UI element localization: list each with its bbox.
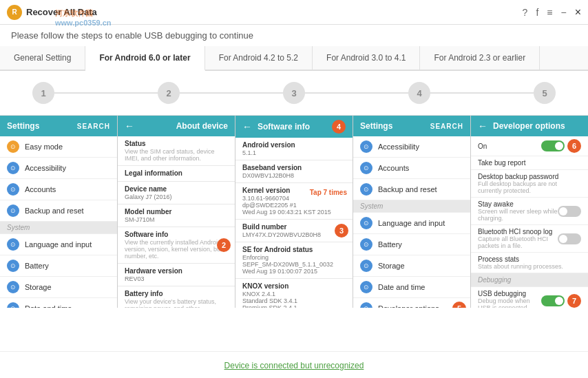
info-model-number[interactable]: Model number SM-J710M — [118, 204, 235, 227]
dev-on-toggle[interactable] — [541, 140, 565, 151]
debugging-section-label: Debugging — [478, 276, 511, 284]
logo-icon: R — [7, 5, 22, 20]
sys-menu-datetime[interactable]: ⊙ Date and time — [353, 277, 470, 298]
settings-system-panel: Settings SEARCH ⊙ Accessibility ⊙ Accoun… — [353, 116, 471, 308]
tab-navigation: General Setting For Android 6.0 or later… — [0, 46, 588, 71]
settings-title: Settings — [7, 121, 39, 131]
sys-section-label: System — [360, 202, 383, 210]
info-status[interactable]: Status View the SIM card status, device … — [118, 136, 235, 166]
menu-item-easy-mode[interactable]: ⊙ Easy mode — [0, 136, 117, 158]
menu-item-datetime[interactable]: ⊙ Date and time — [0, 298, 117, 308]
bug-report-label: Take bug report — [478, 159, 581, 167]
android-version-label: Android version — [242, 141, 346, 149]
menu-item-language[interactable]: ⊙ Language and input — [0, 234, 117, 255]
tab-android-2[interactable]: For Android 2.3 or earlier — [420, 46, 540, 70]
section-system-label: System — [7, 224, 30, 231]
backup-pw-label: Desktop backup password — [478, 173, 581, 180]
dev-back-icon[interactable]: ← — [478, 120, 487, 132]
dev-on-row: On 6 — [471, 136, 588, 156]
help-icon[interactable]: ? — [523, 7, 528, 18]
info-battery[interactable]: Battery info View your device's battery … — [118, 286, 235, 308]
info-hardware[interactable]: Hardware version REV03 — [118, 264, 235, 286]
hardware-label: Hardware version — [125, 267, 228, 275]
back-arrow-icon[interactable]: ← — [125, 120, 134, 132]
knox-row[interactable]: KNOX version KNOX 2.4.1Standard SDK 3.4.… — [235, 279, 353, 308]
subtitle-text: Please follow the steps to enable USB de… — [11, 30, 253, 41]
dev-options-header: ← Developer options — [471, 116, 588, 136]
step-badge-5: 5 — [452, 302, 466, 308]
settings-header: Settings SEARCH — [0, 116, 117, 136]
process-stats-desc: Stats about running processes. — [478, 263, 581, 270]
build-value: LMY47X.DY20WBVU2B0H8 — [242, 231, 346, 238]
dev-section-debugging: Debugging — [471, 273, 588, 287]
sys-accounts-label: Accounts — [378, 164, 409, 172]
menu-item-backup[interactable]: ⊙ Backup and reset — [0, 200, 117, 222]
step-4: 4 — [408, 82, 430, 104]
bt-hci-toggle[interactable] — [558, 233, 581, 244]
settings-system-search[interactable]: SEARCH — [430, 123, 463, 130]
sys-menu-backup[interactable]: ⊙ Backup and reset — [353, 179, 470, 200]
tab-android-4[interactable]: For Android 4.2 to 5.2 — [205, 46, 313, 70]
settings-system-header: Settings SEARCH — [353, 116, 470, 136]
dev-bluetooth-hci[interactable]: Bluetooth HCI snoop log Capture all Blue… — [471, 225, 588, 253]
about-device-header: ← About device — [118, 116, 235, 136]
device-status[interactable]: Device is connected but unrecognized — [224, 361, 364, 370]
sys-menu-accounts[interactable]: ⊙ Accounts — [353, 158, 470, 179]
menu-icon[interactable]: ≡ — [547, 7, 552, 18]
baseband-version-row[interactable]: Baseband version DX0WBV1J2B0H8 — [235, 160, 353, 183]
se-android-row[interactable]: SE for Android status EnforcingSEPF_SM-D… — [235, 242, 353, 279]
sys-menu-storage[interactable]: ⊙ Storage — [353, 255, 470, 277]
process-stats-label: Process stats — [478, 255, 581, 263]
sys-menu-language[interactable]: ⊙ Language and input — [353, 213, 470, 234]
status-label: Status — [125, 140, 228, 147]
usb-debug-label: USB debugging — [478, 290, 541, 297]
sys-menu-accessibility[interactable]: ⊙ Accessibility — [353, 136, 470, 158]
tab-android-3[interactable]: For Android 3.0 to 4.1 — [313, 46, 420, 70]
dev-stay-awake[interactable]: Stay awake Screen will never sleep while… — [471, 198, 588, 225]
step-badge-6: 6 — [567, 139, 581, 153]
facebook-icon[interactable]: f — [536, 7, 538, 18]
sys-accessibility-icon: ⊙ — [360, 140, 372, 153]
info-software[interactable]: Software info View the currently install… — [118, 227, 235, 264]
search-label[interactable]: SEARCH — [77, 123, 110, 130]
app-logo: R Recover All Data — [7, 5, 97, 20]
build-number-row[interactable]: Build number LMY47X.DY20WBVU2B0H8 3 — [235, 220, 353, 242]
usb-debug-toggle[interactable] — [541, 295, 565, 306]
step-1: 1 — [32, 82, 54, 104]
dev-bug-report[interactable]: Take bug report — [471, 156, 588, 170]
tab-general-setting[interactable]: General Setting — [0, 46, 85, 70]
language-label: Language and input — [25, 240, 92, 249]
sys-battery-label: Battery — [378, 240, 402, 249]
dev-options-header-left: ← Developer options — [478, 120, 565, 132]
close-icon[interactable]: × — [575, 6, 581, 19]
kernel-version-row[interactable]: Kernel version 3.10.61-9660704dp@SWDE220… — [235, 183, 353, 220]
backup-icon: ⊙ — [7, 204, 19, 217]
dev-process-stats[interactable]: Process stats Stats about running proces… — [471, 253, 588, 273]
sys-menu-battery[interactable]: ⊙ Battery — [353, 234, 470, 255]
software-info-title: Software info — [258, 122, 310, 132]
sys-backup-icon: ⊙ — [360, 183, 372, 196]
software-back-icon[interactable]: ← — [242, 121, 252, 132]
dev-backup-pw[interactable]: Desktop backup password Full desktop bac… — [471, 170, 588, 198]
software-info-body: Android version 5.1.1 Baseband version D… — [235, 138, 353, 308]
title-bar: R Recover All Data 河东软件园 www.pc0359.cn ?… — [0, 0, 588, 25]
minimize-icon[interactable]: − — [560, 7, 566, 18]
about-device-title: About device — [176, 121, 228, 131]
menu-item-storage[interactable]: ⊙ Storage — [0, 277, 117, 298]
tab-android-6[interactable]: For Android 6.0 or later — [85, 46, 204, 71]
baseband-label: Baseband version — [242, 164, 346, 171]
sys-menu-developer[interactable]: ⊙ Developer options 5 — [353, 298, 470, 308]
about-device-body: Status View the SIM card status, device … — [118, 136, 235, 308]
menu-item-battery[interactable]: ⊙ Battery — [0, 255, 117, 277]
stay-awake-toggle[interactable] — [558, 206, 581, 217]
android-version-row[interactable]: Android version 5.1.1 — [235, 138, 353, 160]
menu-item-accessibility[interactable]: ⊙ Accessibility — [0, 158, 117, 179]
menu-item-accounts[interactable]: ⊙ Accounts — [0, 179, 117, 200]
tap-hint: Tap 7 times — [307, 187, 350, 198]
info-device-name[interactable]: Device name Galaxy J7 (2016) — [118, 182, 235, 204]
process-stats-content: Process stats Stats about running proces… — [478, 255, 581, 270]
legal-label: Legal information — [125, 169, 228, 177]
info-legal[interactable]: Legal information — [118, 166, 235, 182]
dev-usb-debugging[interactable]: USB debugging Debug mode when USB is con… — [471, 287, 588, 308]
bottom-bar: Device is connected but unrecognized — [0, 351, 588, 378]
